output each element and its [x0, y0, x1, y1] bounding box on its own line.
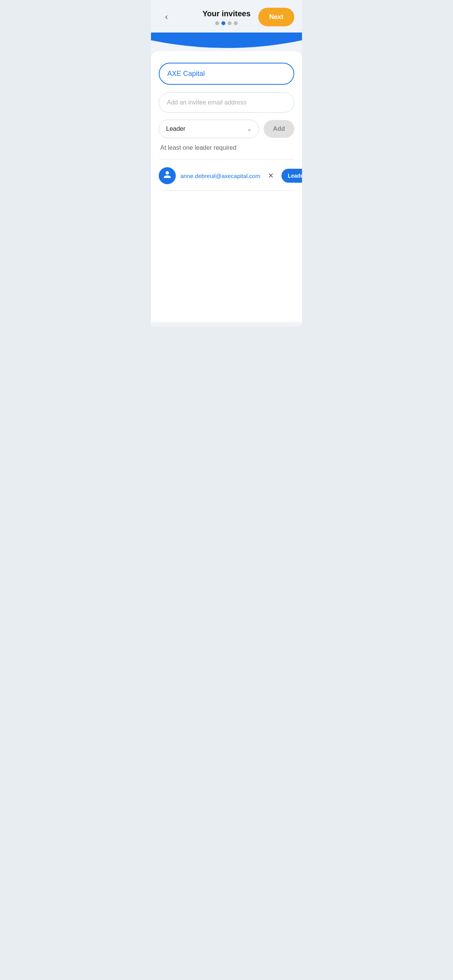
back-button[interactable]: ‹ [159, 9, 174, 25]
phone-screen: ‹ Your invitees Next [151, 0, 302, 327]
company-input-wrapper[interactable] [159, 63, 294, 85]
divider [159, 159, 294, 159]
step-dot-4 [234, 21, 238, 25]
header: ‹ Your invitees Next [151, 0, 302, 33]
invitee-role-badge[interactable]: Leader ⌄ [281, 169, 302, 183]
invitee-email: anne.debreuil@axecapital.com [180, 173, 260, 179]
content-card: Leader ⌄ Add At least one leader require… [151, 51, 302, 322]
role-add-row: Leader ⌄ Add [159, 120, 294, 138]
step-dots [202, 21, 251, 25]
step-dot-1 [215, 21, 219, 25]
back-icon: ‹ [165, 12, 168, 22]
header-center: Your invitees [202, 9, 251, 25]
role-select-label: Leader [166, 125, 185, 132]
next-button[interactable]: Next [258, 8, 294, 26]
step-dot-2 [221, 21, 225, 25]
company-name-input[interactable] [167, 70, 286, 78]
invitee-row: anne.debreuil@axecapital.com ✕ Leader ⌄ [159, 161, 294, 191]
role-select[interactable]: Leader ⌄ [159, 120, 259, 138]
chevron-down-icon: ⌄ [247, 126, 252, 132]
remove-invitee-button[interactable]: ✕ [265, 170, 277, 182]
add-invitee-button[interactable]: Add [264, 120, 294, 138]
step-dot-3 [228, 21, 232, 25]
email-input[interactable] [167, 99, 286, 106]
close-icon: ✕ [268, 172, 274, 180]
person-icon [163, 170, 172, 181]
curved-divider [151, 33, 302, 52]
invitee-role-label: Leader [288, 173, 302, 179]
email-input-wrapper[interactable] [159, 93, 294, 113]
page-title: Your invitees [202, 9, 251, 18]
validation-message: At least one leader required [159, 144, 294, 151]
avatar [159, 167, 176, 184]
